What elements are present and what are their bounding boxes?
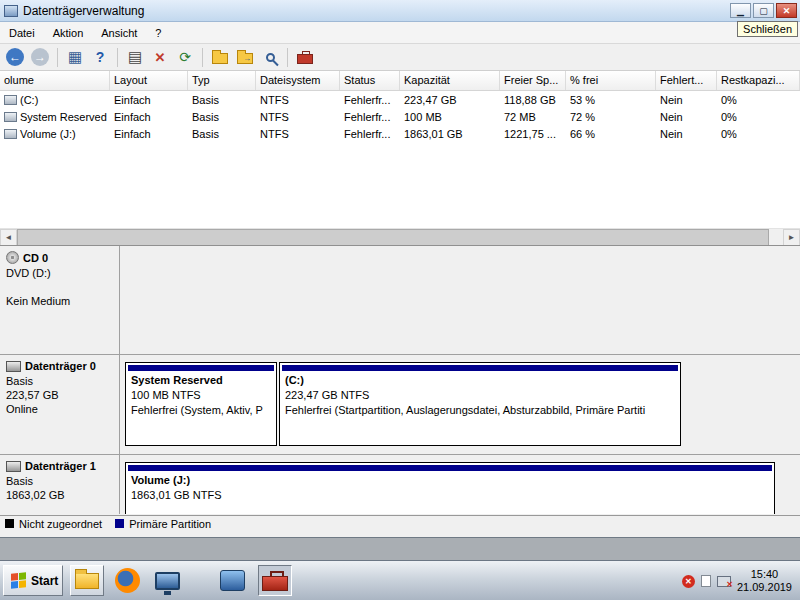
toolbar: ← → [0, 44, 800, 71]
column-header-fehlertoleranz[interactable]: Fehlert... [656, 71, 717, 90]
partition-type-stripe [128, 465, 772, 471]
back-arrow-icon: ← [6, 48, 24, 66]
volume-list-header: olume Layout Typ Dateisystem Status Kapa… [0, 71, 800, 91]
folder-icon [75, 573, 99, 589]
cd-icon [6, 251, 19, 264]
firefox-button[interactable] [110, 565, 144, 596]
explorer-button[interactable] [70, 565, 104, 596]
event-log-icon[interactable] [701, 575, 711, 587]
cell-kapazitaet: 100 MB [400, 111, 500, 123]
partition-title: System Reserved [128, 374, 274, 386]
partition-status: Fehlerfrei (Startpartition, Auslagerungs… [282, 404, 678, 416]
cell-dateisystem: NTFS [256, 128, 340, 140]
cell-prozent-frei: 53 % [566, 94, 656, 106]
cell-restkapazitaet: 0% [717, 128, 800, 140]
column-header-prozent-frei[interactable]: % frei [566, 71, 656, 90]
properties-icon[interactable] [124, 46, 146, 68]
disk1-row[interactable]: Datenträger 1 Basis 1863,02 GB Volume (J… [0, 455, 800, 514]
menu-item-datei[interactable]: Datei [0, 24, 44, 42]
scroll-right-button[interactable]: ► [783, 229, 800, 246]
forward-icon[interactable]: → [29, 46, 51, 68]
menu-item-aktion[interactable]: Aktion [44, 24, 93, 42]
disk1-type: Basis [6, 475, 113, 487]
console-tree-icon[interactable] [64, 46, 86, 68]
column-header-freier-speicher[interactable]: Freier Sp... [500, 71, 566, 90]
disk0-type: Basis [6, 375, 113, 387]
horizontal-scrollbar[interactable]: ◄ ► [0, 228, 800, 245]
start-button[interactable]: Start [3, 565, 63, 596]
toolbar-separator [287, 48, 288, 67]
error-notification-icon[interactable]: ✕ [682, 575, 695, 588]
volume-row-system-reserved[interactable]: System Reserved Einfach Basis NTFS Fehle… [0, 108, 800, 125]
column-header-kapazitaet[interactable]: Kapazität [400, 71, 500, 90]
partition-c[interactable]: (C:) 223,47 GB NTFS Fehlerfrei (Startpar… [279, 362, 681, 446]
partition-system-reserved[interactable]: System Reserved 100 MB NTFS Fehlerfrei (… [125, 362, 277, 446]
toolbar-separator [202, 48, 203, 67]
toolbox-icon [262, 576, 288, 591]
cell-kapazitaet: 223,47 GB [400, 94, 500, 106]
cell-layout: Einfach [110, 94, 188, 106]
partition-j[interactable]: Volume (J:) 1863,01 GB NTFS [125, 462, 775, 514]
scroll-left-button[interactable]: ◄ [0, 229, 17, 246]
open-folder-icon[interactable] [209, 46, 231, 68]
disk0-info[interactable]: Datenträger 0 Basis 223,57 GB Online [0, 355, 120, 454]
partition-type-stripe [282, 365, 678, 371]
legend-primary-partition-label: Primäre Partition [129, 518, 211, 530]
cell-kapazitaet: 1863,01 GB [400, 128, 500, 140]
cell-freier-speicher: 118,88 GB [500, 94, 566, 106]
back-icon[interactable]: ← [4, 46, 26, 68]
search-icon[interactable] [259, 46, 281, 68]
export-list-icon[interactable] [234, 46, 256, 68]
cd-row[interactable]: CD 0 DVD (D:) Kein Medium [0, 246, 800, 355]
toolbox-glyph-icon [297, 54, 313, 64]
legend-primary-partition-swatch [115, 519, 124, 528]
partition-type-stripe [128, 365, 274, 371]
column-header-layout[interactable]: Layout [110, 71, 188, 90]
disk-management-taskbar-button[interactable] [258, 565, 292, 596]
computer-icon [155, 572, 180, 590]
volume-name: (C:) [20, 94, 38, 106]
menu-bar: Datei Aktion Ansicht ? [0, 22, 800, 44]
column-header-typ[interactable]: Typ [188, 71, 256, 90]
minimize-button[interactable]: ▁ [730, 3, 751, 18]
system-tray: ✕ 15:40 21.09.2019 [682, 564, 796, 598]
column-header-status[interactable]: Status [340, 71, 400, 90]
cell-prozent-frei: 72 % [566, 111, 656, 123]
server-manager-button[interactable] [215, 565, 249, 596]
cell-typ: Basis [188, 94, 256, 106]
close-button[interactable]: ✕ [776, 3, 797, 18]
disk1-size: 1863,02 GB [6, 489, 113, 501]
refresh-icon[interactable] [174, 46, 196, 68]
taskbar-clock[interactable]: 15:40 21.09.2019 [737, 568, 796, 594]
column-header-restkapazitaet[interactable]: Restkapazi... [717, 71, 800, 90]
disk-management-window: Datenträgerverwaltung ▁ ▢ ✕ Schließen Da… [0, 0, 800, 538]
computer-button[interactable] [150, 565, 184, 596]
menu-item-hilfe[interactable]: ? [146, 24, 170, 42]
cd-info[interactable]: CD 0 DVD (D:) Kein Medium [0, 246, 120, 354]
disk1-info[interactable]: Datenträger 1 Basis 1863,02 GB [0, 455, 120, 514]
volume-row-j[interactable]: Volume (J:) Einfach Basis NTFS Fehlerfr.… [0, 125, 800, 142]
volume-row-c[interactable]: (C:) Einfach Basis NTFS Fehlerfr... 223,… [0, 91, 800, 108]
column-header-dateisystem[interactable]: Dateisystem [256, 71, 340, 90]
scroll-thumb[interactable] [17, 229, 769, 246]
cell-dateisystem: NTFS [256, 111, 340, 123]
cd-media-status: Kein Medium [6, 295, 113, 307]
partition-title: Volume (J:) [128, 474, 772, 486]
cell-typ: Basis [188, 128, 256, 140]
network-error-icon[interactable] [717, 576, 731, 587]
cell-status: Fehlerfr... [340, 128, 400, 140]
column-header-volume[interactable]: olume [0, 71, 110, 90]
delete-icon[interactable] [149, 46, 171, 68]
taskbar: Start ✕ 15:40 21.09.2019 [0, 560, 800, 600]
clock-time: 15:40 [737, 568, 792, 581]
window-titlebar[interactable]: Datenträgerverwaltung ▁ ▢ ✕ [0, 0, 800, 22]
disk0-row[interactable]: Datenträger 0 Basis 223,57 GB Online Sys… [0, 355, 800, 455]
toolbar-separator [117, 48, 118, 67]
maximize-button[interactable]: ▢ [753, 3, 774, 18]
start-label: Start [31, 574, 58, 588]
disk-icon [6, 461, 21, 472]
toolbox-icon[interactable] [294, 46, 316, 68]
menu-item-ansicht[interactable]: Ansicht [92, 24, 146, 42]
help-icon[interactable] [89, 46, 111, 68]
legend-unallocated-swatch [5, 519, 14, 528]
